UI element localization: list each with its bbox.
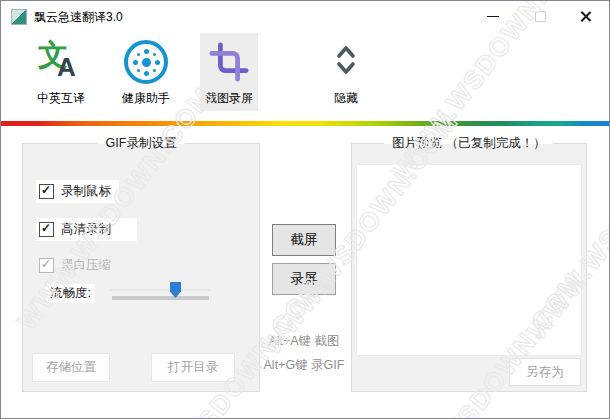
toolbar-item-label: 隐藏 xyxy=(334,90,358,111)
gif-settings-groupbox: GIF录制设置 录制鼠标 高清录制 黑白压缩 流畅度: 存储位置 打开目录 xyxy=(22,143,260,392)
smoothness-slider-channel xyxy=(112,296,209,300)
app-window: 飘云急速翻译3.0 文A 中英互译 健康助手 截图录屏 xyxy=(0,0,610,419)
dotted-circle-icon xyxy=(124,34,168,90)
translate-icon: 文A xyxy=(38,34,84,90)
app-icon xyxy=(11,9,27,25)
checkbox-bw-compress-disabled: 黑白压缩 xyxy=(36,254,119,277)
titlebar[interactable]: 飘云急速翻译3.0 xyxy=(1,1,609,31)
preview-title: 图片预览 （已复制完成！） xyxy=(384,135,553,152)
checkbox-hd-record[interactable]: 高清录制 xyxy=(36,218,137,241)
toolbar-item-hide[interactable]: 隐藏 xyxy=(306,33,386,111)
image-preview-area xyxy=(356,164,582,356)
toolbar-item-translate[interactable]: 文A 中英互译 xyxy=(21,33,101,111)
checkbox-checked-icon xyxy=(39,184,54,199)
smoothness-slider-track[interactable] xyxy=(110,289,211,291)
smoothness-label: 流畅度: xyxy=(46,284,95,303)
toolbar-item-health[interactable]: 健康助手 xyxy=(106,33,186,111)
chevron-up-down-icon xyxy=(334,34,358,90)
toolbar-item-label: 中英互译 xyxy=(37,90,85,111)
toolbar-item-label: 截图录屏 xyxy=(205,90,253,111)
gif-settings-title: GIF录制设置 xyxy=(98,135,185,152)
hotkey-hint-screenshot: Alt+A键 截图 xyxy=(249,333,359,350)
hotkey-hint-gif: Alt+G键 录GIF xyxy=(249,357,359,374)
open-directory-button[interactable]: 打开目录 xyxy=(151,353,235,382)
maximize-button xyxy=(522,1,558,31)
close-icon xyxy=(579,10,592,23)
maximize-icon xyxy=(535,11,546,22)
window-title: 飘云急速翻译3.0 xyxy=(34,9,123,26)
checkbox-record-mouse[interactable]: 录制鼠标 xyxy=(36,180,119,203)
checkbox-checked-icon xyxy=(39,222,54,237)
close-button[interactable] xyxy=(567,1,603,31)
preview-groupbox: 图片预览 （已复制完成！） 另存为 xyxy=(351,143,587,392)
toolbar-item-capture-selected[interactable]: 截图录屏 xyxy=(200,33,258,111)
checkbox-checked-icon xyxy=(39,258,54,273)
save-as-button[interactable]: 另存为 xyxy=(509,358,581,386)
rainbow-divider xyxy=(1,121,609,126)
checkbox-label: 录制鼠标 xyxy=(61,183,111,200)
checkbox-label: 黑白压缩 xyxy=(61,257,111,274)
checkbox-label: 高清录制 xyxy=(61,221,111,238)
minimize-button[interactable] xyxy=(475,1,511,31)
screen-record-button[interactable]: 录屏 xyxy=(272,263,336,295)
storage-location-button[interactable]: 存储位置 xyxy=(32,353,110,382)
minimize-icon xyxy=(487,16,499,17)
crop-icon xyxy=(208,34,250,90)
screenshot-button[interactable]: 截屏 xyxy=(272,224,336,256)
toolbar-item-label: 健康助手 xyxy=(122,90,170,111)
